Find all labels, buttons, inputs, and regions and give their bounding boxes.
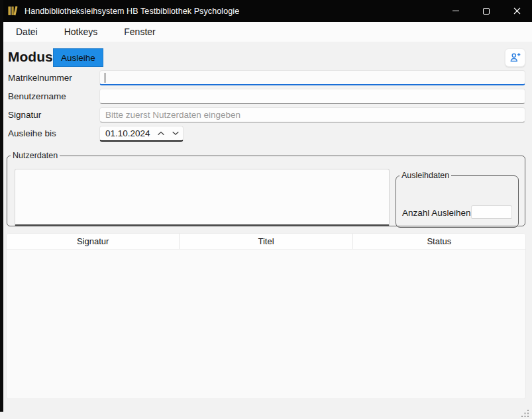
ausleihdaten-groupbox: Ausleihdaten Anzahl Ausleihen <box>396 171 519 228</box>
column-header-titel[interactable]: Titel <box>180 234 352 249</box>
page-title: Modus <box>8 49 53 65</box>
text-caret <box>105 73 105 83</box>
maximize-button[interactable] <box>471 0 502 22</box>
table-body-empty <box>7 250 525 398</box>
menu-item-datei[interactable]: Datei <box>13 24 41 39</box>
matrikelnummer-input[interactable] <box>99 70 525 85</box>
menu-item-fenster[interactable]: Fenster <box>121 24 158 39</box>
chevron-down-icon <box>172 131 180 136</box>
ausleihe-bis-date-spinner[interactable]: 01.10.2024 <box>99 126 184 142</box>
signatur-label: Signatur <box>8 110 41 120</box>
add-user-button[interactable] <box>505 48 525 67</box>
close-button[interactable] <box>502 0 532 22</box>
benutzername-input[interactable] <box>99 89 525 104</box>
ausleihe-bis-label: Ausleihe bis <box>8 128 56 138</box>
screen-edge <box>0 0 3 412</box>
ausleihdaten-legend: Ausleihdaten <box>399 171 451 180</box>
titlebar: Handbibliotheksleihsystem HB Testbibliot… <box>0 0 532 22</box>
column-header-status[interactable]: Status <box>353 234 525 249</box>
minimize-button[interactable] <box>441 0 471 22</box>
close-icon <box>513 7 521 15</box>
library-books-icon <box>7 5 19 17</box>
app-window: Handbibliotheksleihsystem HB Testbibliot… <box>0 0 532 419</box>
mode-ausleihe-button[interactable]: Ausleihe <box>53 48 103 67</box>
menu-item-hotkeys[interactable]: Hotkeys <box>61 24 101 39</box>
matrikelnummer-label: Matrikelnummer <box>8 73 72 83</box>
anzahl-ausleihen-input[interactable] <box>471 205 512 219</box>
resize-grip-icon[interactable] <box>520 408 529 418</box>
menubar: Datei Hotkeys Fenster <box>3 22 532 42</box>
window-controls <box>441 0 532 22</box>
date-value: 01.10.2024 <box>100 128 154 138</box>
nutzerdaten-textarea[interactable] <box>15 169 390 226</box>
column-header-signatur[interactable]: Signatur <box>7 234 180 249</box>
chevron-up-icon <box>157 131 165 136</box>
maximize-icon <box>483 8 490 15</box>
person-plus-icon <box>509 52 521 64</box>
spinner-up-button[interactable] <box>154 127 168 140</box>
nutzerdaten-legend: Nutzerdaten <box>11 151 60 160</box>
spinner-down-button[interactable] <box>168 127 183 140</box>
nutzerdaten-groupbox: Nutzerdaten Ausleihdaten Anzahl Ausleihe… <box>7 151 525 226</box>
benutzername-label: Benutzername <box>8 91 66 101</box>
table-header-row: Signatur Titel Status <box>7 234 525 250</box>
loans-table: Signatur Titel Status <box>7 234 525 398</box>
minimize-icon <box>452 11 459 11</box>
anzahl-ausleihen-label: Anzahl Ausleihen <box>402 208 471 218</box>
signatur-input[interactable] <box>99 107 525 122</box>
window-title: Handbibliotheksleihsystem HB Testbibliot… <box>25 7 239 16</box>
